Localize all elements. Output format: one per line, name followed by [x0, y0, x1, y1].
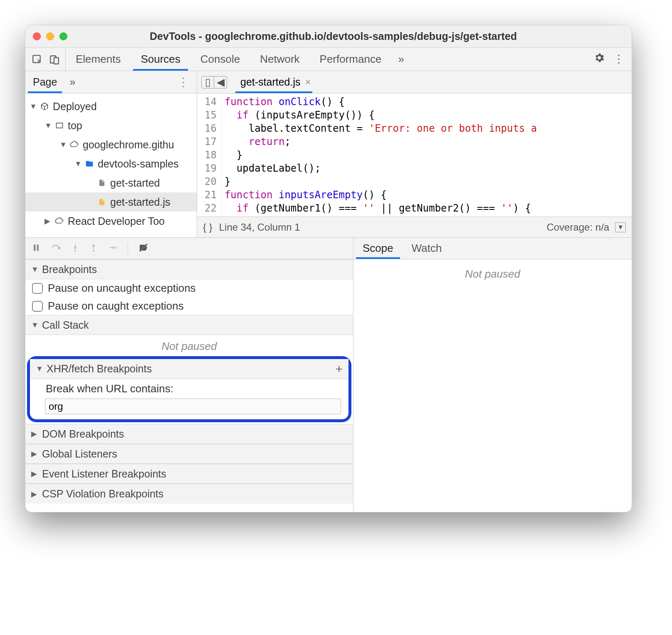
- tab-console[interactable]: Console: [190, 48, 250, 71]
- deactivate-breakpoints-icon[interactable]: [138, 243, 149, 254]
- editor-pane: ▯◀ get-started.js × 141516171819202122 f…: [197, 71, 632, 237]
- nav-forward-icon[interactable]: ◀: [214, 76, 227, 88]
- cloud-icon: [69, 140, 79, 150]
- step-over-icon[interactable]: [50, 243, 61, 254]
- debugger-toolbar: [25, 238, 353, 259]
- checkbox-icon[interactable]: [32, 301, 43, 312]
- tree-file-html[interactable]: get-started: [25, 173, 197, 192]
- tree-folder[interactable]: devtools-samples: [25, 154, 197, 173]
- devtools-window: DevTools - googlechrome.github.io/devtoo…: [25, 25, 632, 512]
- pause-icon[interactable]: [32, 243, 40, 254]
- more-menu-icon[interactable]: ⋮: [613, 53, 624, 66]
- tree-label: get-started.js: [110, 196, 170, 208]
- tab-performance[interactable]: Performance: [310, 48, 392, 71]
- zoom-window-icon[interactable]: [59, 32, 67, 40]
- file-tab-get-started-js[interactable]: get-started.js ×: [234, 71, 314, 93]
- tree-label: get-started: [110, 177, 160, 189]
- tree-file-js[interactable]: get-started.js: [25, 192, 197, 212]
- settings-icon[interactable]: [593, 52, 605, 66]
- page-more-icon[interactable]: ⋮: [170, 75, 197, 89]
- section-breakpoints[interactable]: Breakpoints: [25, 259, 353, 279]
- xhr-url-input[interactable]: [45, 399, 341, 414]
- coverage-label: Coverage: n/a: [546, 222, 609, 233]
- traffic-lights: [33, 32, 67, 40]
- document-icon: [97, 178, 107, 188]
- close-window-icon[interactable]: [33, 32, 41, 40]
- cursor-position: Line 34, Column 1: [219, 222, 300, 233]
- cube-icon: [40, 101, 49, 111]
- tab-scope[interactable]: Scope: [353, 238, 403, 259]
- tree-deployed[interactable]: Deployed: [25, 97, 197, 116]
- pause-caught-row[interactable]: Pause on caught exceptions: [25, 297, 353, 315]
- tab-elements[interactable]: Elements: [66, 48, 131, 71]
- step-icon[interactable]: [108, 244, 118, 254]
- inspect-icon[interactable]: [31, 54, 43, 65]
- checkbox-icon[interactable]: [32, 283, 43, 294]
- main-toolbar: Elements Sources Console Network Perform…: [25, 48, 632, 71]
- cloud-icon: [54, 216, 64, 226]
- pause-uncaught-row[interactable]: Pause on uncaught exceptions: [25, 279, 353, 297]
- navigator-pane: Page » ⋮ Deployed top googlec: [25, 71, 197, 237]
- svg-point-6: [58, 247, 60, 249]
- file-tab-label: get-started.js: [240, 76, 301, 88]
- js-file-icon: [97, 197, 107, 207]
- tree-domain[interactable]: googlechrome.githu: [25, 135, 197, 154]
- scope-watch-tabs: Scope Watch: [353, 238, 632, 259]
- page-tab[interactable]: Page: [25, 71, 64, 93]
- svg-point-9: [116, 247, 117, 248]
- folder-icon: [84, 159, 94, 169]
- section-callstack[interactable]: Call Stack: [25, 315, 353, 335]
- minimize-window-icon[interactable]: [46, 32, 54, 40]
- line-gutter: 141516171819202122: [197, 94, 222, 217]
- close-tab-icon[interactable]: ×: [306, 77, 311, 88]
- svg-rect-3: [57, 123, 63, 128]
- device-toggle-icon[interactable]: [49, 54, 60, 65]
- code-content: function onClick() { if (inputsAreEmpty(…: [222, 94, 537, 217]
- tab-network[interactable]: Network: [250, 48, 309, 71]
- braces-icon[interactable]: { }: [203, 222, 212, 233]
- titlebar: DevTools - googlechrome.github.io/devtoo…: [25, 25, 632, 48]
- tree-label: devtools-samples: [98, 158, 179, 170]
- nav-back-icon[interactable]: ▯: [202, 76, 214, 88]
- step-out-icon[interactable]: [89, 243, 98, 254]
- svg-point-7: [74, 250, 76, 251]
- tree-label: React Developer Too: [68, 215, 165, 227]
- section-xhr-breakpoints[interactable]: XHR/fetch Breakpoints +: [30, 359, 348, 379]
- tree-top[interactable]: top: [25, 116, 197, 135]
- scope-not-paused: Not paused: [353, 259, 632, 286]
- step-into-icon[interactable]: [71, 243, 79, 254]
- tree-react-ext[interactable]: React Developer Too: [25, 212, 197, 231]
- more-tabs-icon[interactable]: »: [391, 53, 410, 66]
- xhr-breakpoints-highlight: XHR/fetch Breakpoints + Break when URL c…: [27, 356, 351, 422]
- nav-history[interactable]: ▯◀: [201, 76, 227, 89]
- add-xhr-breakpoint-icon[interactable]: +: [335, 362, 343, 376]
- file-tree: Deployed top googlechrome.githu devtools…: [25, 94, 197, 234]
- window-title: DevTools - googlechrome.github.io/devtoo…: [67, 30, 624, 42]
- code-editor[interactable]: 141516171819202122 function onClick() { …: [197, 94, 632, 217]
- frame-icon: [54, 121, 64, 130]
- more-page-tabs-icon[interactable]: »: [64, 76, 80, 88]
- svg-point-8: [93, 250, 94, 251]
- svg-rect-5: [37, 244, 39, 251]
- tree-label: Deployed: [53, 101, 97, 113]
- main-tabs: Elements Sources Console Network Perform…: [66, 48, 391, 71]
- tree-label: googlechrome.githu: [83, 139, 174, 151]
- tab-watch[interactable]: Watch: [403, 238, 451, 259]
- tree-label: top: [68, 120, 82, 132]
- section-dom-breakpoints[interactable]: DOM Breakpoints: [25, 424, 353, 444]
- coverage-dropdown-icon[interactable]: ▼: [615, 222, 626, 232]
- section-csp-breakpoints[interactable]: CSP Violation Breakpoints: [25, 484, 353, 504]
- callstack-not-paused: Not paused: [25, 335, 353, 358]
- tab-sources[interactable]: Sources: [131, 48, 190, 71]
- xhr-label: Break when URL contains:: [30, 379, 348, 398]
- section-global-listeners[interactable]: Global Listeners: [25, 444, 353, 464]
- svg-rect-4: [34, 244, 35, 251]
- debugger-panes: Breakpoints Pause on uncaught exceptions…: [25, 237, 632, 512]
- svg-rect-2: [54, 57, 59, 64]
- section-event-listener-breakpoints[interactable]: Event Listener Breakpoints: [25, 464, 353, 484]
- editor-statusbar: { } Line 34, Column 1 Coverage: n/a ▼: [197, 217, 632, 237]
